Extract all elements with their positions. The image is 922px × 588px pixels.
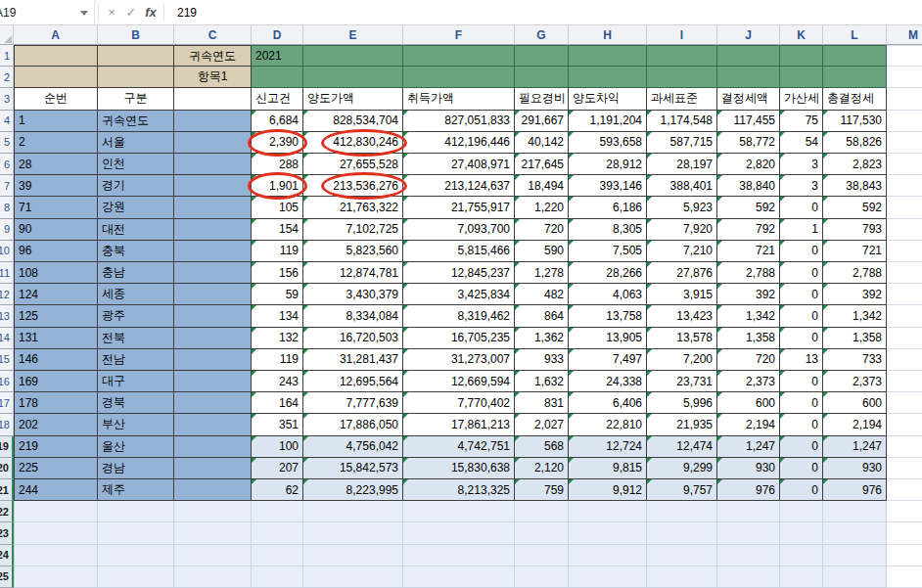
cell-E9[interactable]: 7,102,725 [303,219,403,241]
cell-C3[interactable] [174,88,252,110]
cell-M17[interactable] [887,392,922,414]
cell-E8[interactable]: 21,763,322 [303,197,403,218]
cell-F1[interactable] [403,45,515,67]
cell-I22[interactable] [647,501,717,522]
cell-H12[interactable]: 4,063 [569,284,647,305]
cell-L10[interactable]: 721 [823,241,887,262]
cell-J16[interactable]: 2,373 [717,371,780,392]
column-header-I[interactable]: I [647,25,717,45]
cell-I8[interactable]: 5,923 [647,197,717,218]
cell-I15[interactable]: 7,200 [647,349,717,371]
row-header-10[interactable]: 10 [0,241,14,262]
cell-D12[interactable]: 59 [252,284,303,305]
cell-M16[interactable] [887,371,922,392]
cell-K15[interactable]: 13 [780,349,823,371]
cell-G2[interactable] [515,67,569,88]
cell-J10[interactable]: 721 [717,241,780,262]
cell-E7[interactable]: 213,536,276 [303,175,403,197]
cell-M21[interactable] [887,479,922,501]
cell-M12[interactable] [887,284,922,305]
cell-E16[interactable]: 12,695,564 [303,371,403,392]
cell-C16[interactable] [174,371,252,392]
cell-B11[interactable]: 충남 [98,262,174,284]
cell-K17[interactable]: 0 [780,392,823,414]
cell-D21[interactable]: 62 [252,479,303,501]
cell-C8[interactable] [174,197,252,218]
cell-H24[interactable] [569,545,647,566]
row-header-1[interactable]: 1 [0,45,14,67]
cell-I2[interactable] [647,67,717,88]
cell-M22[interactable] [887,501,922,522]
cell-B22[interactable] [98,501,174,522]
cell-D22[interactable] [252,501,303,522]
cell-L18[interactable]: 2,194 [823,414,887,435]
cell-B15[interactable]: 전남 [98,349,174,371]
cell-E17[interactable]: 7,777,639 [303,392,403,414]
cell-D1[interactable]: 2021 [252,45,303,67]
cell-C2[interactable]: 항목1 [174,67,252,88]
cell-A23[interactable] [14,522,98,544]
cell-K18[interactable]: 0 [780,414,823,435]
cell-H16[interactable]: 24,338 [569,371,647,392]
cell-J21[interactable]: 976 [717,479,780,501]
cell-M3[interactable] [887,88,922,110]
row-header-15[interactable]: 15 [0,349,14,371]
cell-B20[interactable]: 경남 [98,458,174,479]
cell-D24[interactable] [252,545,303,566]
cell-I24[interactable] [647,545,717,566]
cell-E24[interactable] [303,545,403,566]
cell-D20[interactable]: 207 [252,458,303,479]
formula-input[interactable]: 219 [167,6,922,20]
cell-L2[interactable] [823,67,887,88]
cell-A20[interactable]: 225 [14,458,98,479]
cell-J25[interactable] [717,566,780,588]
cell-L11[interactable]: 2,788 [823,262,887,284]
cell-J19[interactable]: 1,247 [717,436,780,458]
cell-J14[interactable]: 1,358 [717,328,780,349]
cell-E11[interactable]: 12,874,781 [303,262,403,284]
cell-C5[interactable] [174,132,252,154]
cell-M2[interactable] [887,67,922,88]
cell-F18[interactable]: 17,861,213 [403,414,515,435]
cell-I1[interactable] [647,45,717,67]
cell-L23[interactable] [823,522,887,544]
cell-H1[interactable] [569,45,647,67]
cell-A4[interactable]: 1 [14,111,98,132]
cell-F17[interactable]: 7,770,402 [403,392,515,414]
cell-H20[interactable]: 9,815 [569,458,647,479]
cell-H3[interactable]: 양도차익 [569,88,647,110]
cell-H25[interactable] [569,566,647,588]
cell-E2[interactable] [303,67,403,88]
cell-F4[interactable]: 827,051,833 [403,111,515,132]
cell-A5[interactable]: 2 [14,132,98,154]
cell-G23[interactable] [515,522,569,544]
cell-G11[interactable]: 1,278 [515,262,569,284]
cell-J8[interactable]: 592 [717,197,780,218]
cell-M18[interactable] [887,414,922,435]
cell-H5[interactable]: 593,658 [569,132,647,154]
cell-G16[interactable]: 1,632 [515,371,569,392]
cell-F2[interactable] [403,67,515,88]
row-header-8[interactable]: 8 [0,197,14,218]
row-header-5[interactable]: 5 [0,132,14,154]
row-header-2[interactable]: 2 [0,67,14,88]
cell-E25[interactable] [303,566,403,588]
cell-F8[interactable]: 21,755,917 [403,197,515,218]
cell-M7[interactable] [887,175,922,197]
cell-K6[interactable]: 3 [780,154,823,175]
cell-M20[interactable] [887,458,922,479]
cell-C9[interactable] [174,219,252,241]
cell-F10[interactable]: 5,815,466 [403,241,515,262]
cell-B6[interactable]: 인천 [98,154,174,175]
cell-H9[interactable]: 8,305 [569,219,647,241]
cell-K13[interactable]: 0 [780,305,823,327]
cell-H6[interactable]: 28,912 [569,154,647,175]
column-header-E[interactable]: E [303,25,403,45]
cell-C24[interactable] [174,545,252,566]
cell-K2[interactable] [780,67,823,88]
cell-J24[interactable] [717,545,780,566]
cell-I5[interactable]: 587,715 [647,132,717,154]
cell-B14[interactable]: 전북 [98,328,174,349]
cell-E18[interactable]: 17,886,050 [303,414,403,435]
cell-A14[interactable]: 131 [14,328,98,349]
